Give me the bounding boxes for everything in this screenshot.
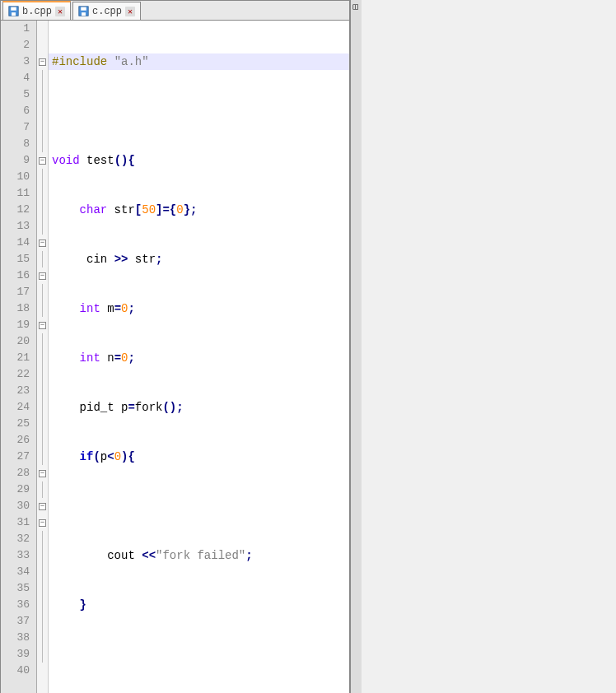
code-line[interactable] xyxy=(49,646,349,663)
close-icon[interactable]: ✕ xyxy=(55,7,65,16)
line-number: 39 xyxy=(1,646,30,663)
line-number: 21 xyxy=(1,350,30,366)
line-number: 6 xyxy=(1,103,30,119)
code-line[interactable]: int m=0; xyxy=(49,300,349,317)
line-number: 28 xyxy=(1,465,30,481)
fold-cell xyxy=(37,366,48,383)
fold-cell xyxy=(37,531,48,547)
right-panel-edge[interactable]: ◫ xyxy=(350,0,362,693)
code-line[interactable]: int n=0; xyxy=(49,350,349,366)
fold-cell xyxy=(37,564,48,580)
fold-cell xyxy=(37,580,48,597)
tab-b-cpp[interactable]: b.cpp ✕ xyxy=(2,1,71,20)
line-number: 25 xyxy=(1,416,30,432)
fold-cell xyxy=(37,597,48,613)
fold-cell xyxy=(37,547,48,564)
fold-cell: − xyxy=(37,514,48,531)
code-line[interactable]: if(p<0){ xyxy=(49,449,349,465)
fold-cell xyxy=(37,86,48,103)
line-number: 15 xyxy=(1,251,30,267)
fold-cell xyxy=(37,136,48,152)
line-number: 1 xyxy=(1,21,30,37)
fold-cell xyxy=(37,383,48,399)
line-number: 10 xyxy=(1,169,30,185)
line-number: 3 xyxy=(1,53,30,70)
code-line[interactable] xyxy=(49,498,349,514)
line-number: 34 xyxy=(1,564,30,580)
line-number: 7 xyxy=(1,119,30,136)
line-number: 27 xyxy=(1,449,30,465)
line-number: 37 xyxy=(1,613,30,630)
code-line[interactable] xyxy=(49,103,349,119)
fold-toggle-icon[interactable]: − xyxy=(39,519,46,527)
code-line[interactable]: void test(){ xyxy=(49,152,349,169)
code-line[interactable]: #include "a.h" xyxy=(49,53,349,70)
fold-toggle-icon[interactable]: − xyxy=(39,322,46,329)
line-number: 9 xyxy=(1,152,30,169)
line-number: 19 xyxy=(1,317,30,333)
code-line[interactable]: cin >> str; xyxy=(49,251,349,267)
tab-label: c.cpp xyxy=(92,6,122,17)
fold-cell xyxy=(37,432,48,449)
code-line[interactable]: cout <<"fork failed"; xyxy=(49,547,349,564)
line-number: 23 xyxy=(1,383,30,399)
line-number: 40 xyxy=(1,663,30,679)
code-editor: b.cpp ✕ c.cpp ✕ 123456789101112131415161… xyxy=(0,0,350,693)
tabs-bar: b.cpp ✕ c.cpp ✕ xyxy=(1,1,349,21)
code-line[interactable]: pid_t p=fork(); xyxy=(49,399,349,416)
line-number: 29 xyxy=(1,481,30,498)
svg-rect-5 xyxy=(82,12,86,16)
svg-rect-1 xyxy=(11,7,16,11)
line-number: 5 xyxy=(1,86,30,103)
tab-c-cpp[interactable]: c.cpp ✕ xyxy=(72,2,141,20)
save-icon xyxy=(78,6,89,16)
fold-cell xyxy=(37,613,48,630)
restore-icon[interactable]: ◫ xyxy=(351,0,362,13)
fold-cell xyxy=(37,202,48,218)
fold-toggle-icon[interactable]: − xyxy=(39,470,46,477)
line-number: 13 xyxy=(1,218,30,235)
fold-cell xyxy=(37,399,48,416)
fold-cell xyxy=(37,169,48,185)
line-number: 24 xyxy=(1,399,30,416)
line-number: 38 xyxy=(1,630,30,646)
fold-toggle-icon[interactable]: − xyxy=(39,157,46,165)
fold-toggle-icon[interactable]: − xyxy=(39,240,46,247)
fold-toggle-icon[interactable]: − xyxy=(39,272,46,280)
fold-cell: − xyxy=(37,235,48,251)
fold-cell: − xyxy=(37,53,48,70)
line-number: 4 xyxy=(1,70,30,86)
fold-toggle-icon[interactable]: − xyxy=(39,503,46,510)
fold-cell xyxy=(37,663,48,679)
code-area[interactable]: #include "a.h" void test(){ char str[50]… xyxy=(49,21,349,693)
close-icon[interactable]: ✕ xyxy=(125,7,135,16)
line-number: 2 xyxy=(1,37,30,53)
line-number: 16 xyxy=(1,267,30,284)
fold-cell xyxy=(37,350,48,366)
fold-cell xyxy=(37,70,48,86)
fold-cell xyxy=(37,300,48,317)
fold-cell: − xyxy=(37,317,48,333)
code-line[interactable]: char str[50]={0}; xyxy=(49,202,349,218)
line-number: 18 xyxy=(1,300,30,317)
svg-rect-4 xyxy=(81,7,86,11)
fold-cell: − xyxy=(37,152,48,169)
line-number: 35 xyxy=(1,580,30,597)
fold-cell xyxy=(37,185,48,202)
line-number: 32 xyxy=(1,531,30,547)
fold-cell: − xyxy=(37,267,48,284)
line-number: 20 xyxy=(1,333,30,350)
fold-cell xyxy=(37,646,48,663)
fold-cell xyxy=(37,284,48,300)
fold-cell xyxy=(37,37,48,53)
tab-label: b.cpp xyxy=(22,6,52,17)
code-body: 1234567891011121314151617181920212223242… xyxy=(1,21,349,693)
line-number: 33 xyxy=(1,547,30,564)
line-number: 22 xyxy=(1,366,30,383)
fold-cell xyxy=(37,251,48,267)
fold-cell xyxy=(37,481,48,498)
fold-cell xyxy=(37,416,48,432)
save-icon xyxy=(8,6,19,16)
code-line[interactable]: } xyxy=(49,597,349,613)
fold-toggle-icon[interactable]: − xyxy=(39,58,46,66)
